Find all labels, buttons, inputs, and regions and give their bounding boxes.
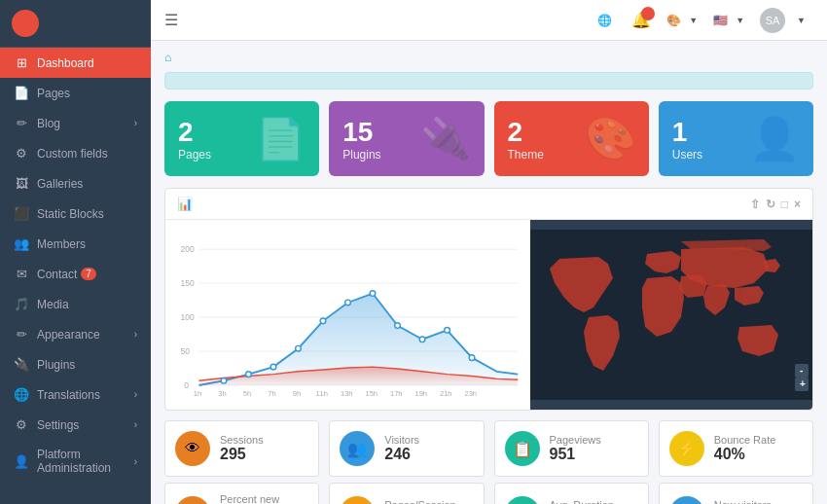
expand-icon[interactable]: □ — [781, 198, 788, 211]
sidebar-item-plugins[interactable]: 🔌 Plugins — [0, 349, 151, 379]
sidebar-logo — [0, 0, 151, 48]
contact-icon: ✉ — [14, 267, 29, 281]
sidebar-item-label: Appearance — [37, 328, 100, 342]
sidebar-item-dashboard[interactable]: ⊞ Dashboard — [0, 48, 151, 78]
metric-card-pages-session: 📈 Pages/Session 3.22 — [329, 483, 484, 504]
svg-point-12 — [221, 378, 227, 383]
analytics-actions: ⇧ ↻ □ × — [750, 198, 801, 211]
view-website-button[interactable]: 🌐 — [590, 10, 624, 31]
sidebar-item-blog[interactable]: ✏ Blog › — [0, 108, 151, 138]
sidebar-item-label: Custom fields — [37, 147, 108, 161]
svg-text:0: 0 — [184, 380, 189, 390]
stat-label: Plugins — [342, 148, 380, 162]
sidebar-badge: 7 — [81, 268, 96, 280]
metric-card-visitors: 👥 Visitors 246 — [329, 420, 484, 477]
metric-card-sessions: 👁 Sessions 295 — [164, 420, 319, 477]
theme-chevron-icon: ▼ — [689, 16, 698, 25]
sidebar-item-appearance[interactable]: ✏ Appearance › — [0, 319, 151, 349]
svg-text:1h: 1h — [194, 389, 201, 398]
sidebar-item-contact[interactable]: ✉ Contact 7 — [0, 259, 151, 289]
notification-bell-wrap[interactable]: 🔔 — [631, 11, 651, 29]
platform-icon: 👤 — [14, 454, 29, 469]
svg-text:19h: 19h — [414, 389, 427, 398]
sidebar: ⊞ Dashboard 📄 Pages ✏ Blog ›⚙ Custom fie… — [0, 0, 151, 504]
metric-label: Percent new session — [220, 493, 308, 504]
metric-label: Pages/Session — [384, 499, 455, 504]
metric-label: Visitors — [384, 434, 419, 446]
stat-number: 2 — [508, 117, 544, 148]
user-menu-button[interactable]: SA ▼ — [752, 4, 813, 37]
stat-icon: 👤 — [749, 115, 800, 162]
world-map-svg: + - — [530, 220, 812, 410]
svg-text:7h: 7h — [268, 389, 275, 398]
metrics-row-1: 👁 Sessions 295 👥 Visitors 246 📋 Pageview… — [164, 420, 813, 477]
reload-icon[interactable]: ↻ — [766, 198, 775, 211]
pages-icon: 📄 — [14, 86, 29, 100]
chevron-icon: › — [134, 389, 137, 400]
dashboard-icon: ⊞ — [14, 55, 29, 70]
topbar: ☰ 🌐 🔔 🎨 ▼ 🇺🇸 ▼ SA ▼ — [151, 0, 827, 41]
metric-icon: 👁 — [175, 431, 210, 466]
svg-point-18 — [370, 291, 376, 297]
plugins-icon: 🔌 — [14, 357, 29, 372]
metric-value: 246 — [384, 446, 419, 463]
custom-fields-icon: ⚙ — [14, 146, 29, 161]
sidebar-item-static-blocks[interactable]: ⬛ Static Blocks — [0, 198, 151, 229]
close-icon[interactable]: × — [794, 198, 801, 211]
theme-button[interactable]: 🎨 ▼ — [659, 10, 705, 31]
sidebar-item-label: Members — [37, 237, 86, 251]
language-button[interactable]: 🇺🇸 ▼ — [705, 10, 752, 31]
svg-point-20 — [419, 337, 425, 342]
stat-card-info: 1 Users — [672, 117, 702, 162]
stat-icon: 🔌 — [420, 115, 471, 162]
svg-point-16 — [320, 318, 326, 324]
analytics-header: 📊 ⇧ ↻ □ × — [165, 189, 812, 220]
sidebar-item-label: Pages — [37, 87, 70, 100]
translations-icon: 🌐 — [14, 387, 29, 402]
svg-point-21 — [445, 327, 450, 333]
metric-label: Avg. Duration — [550, 499, 614, 504]
sidebar-item-settings[interactable]: ⚙ Settings › — [0, 410, 151, 440]
sidebar-item-members[interactable]: 👥 Members — [0, 229, 151, 259]
line-chart: 200 150 100 50 0 — [173, 228, 522, 410]
svg-text:200: 200 — [181, 244, 195, 254]
stat-label: Pages — [178, 148, 211, 162]
metric-label: Bounce Rate — [714, 434, 776, 446]
breadcrumb: ⌂ — [164, 51, 813, 64]
svg-text:9h: 9h — [293, 389, 301, 398]
sidebar-item-custom-fields[interactable]: ⚙ Custom fields — [0, 138, 151, 168]
stat-card-plugins: 15 Plugins 🔌 — [329, 101, 484, 176]
stat-card-info: 15 Plugins — [342, 117, 380, 162]
stat-card-users: 1 Users 👤 — [659, 101, 813, 176]
chevron-icon: › — [134, 456, 137, 467]
chart-area: 200 150 100 50 0 — [165, 220, 530, 410]
sidebar-item-label: Translations — [37, 388, 100, 402]
metric-label: Sessions — [220, 434, 264, 446]
metric-icon: ⚡ — [669, 431, 704, 466]
svg-point-15 — [296, 345, 302, 351]
sidebar-item-translations[interactable]: 🌐 Translations › — [0, 379, 151, 410]
svg-text:21h: 21h — [440, 389, 452, 398]
sidebar-item-galleries[interactable]: 🖼 Galleries — [0, 168, 151, 198]
metric-value: 295 — [220, 446, 264, 463]
svg-text:+: + — [800, 378, 806, 389]
stat-number: 1 — [672, 117, 702, 148]
metric-label: New visitors — [714, 499, 772, 504]
metric-card-new-visitors: 👤 New visitors 141 — [659, 483, 813, 504]
sidebar-item-platform[interactable]: 👤 Platform Administration › — [0, 440, 151, 483]
static-blocks-icon: ⬛ — [14, 206, 29, 221]
metrics-row-2: 🥧 Percent new session 47.8% 📈 Pages/Sess… — [164, 483, 813, 504]
sidebar-item-media[interactable]: 🎵 Media — [0, 289, 151, 319]
refresh-icon[interactable]: ⇧ — [750, 198, 760, 211]
sidebar-item-label: Media — [37, 298, 69, 311]
sidebar-item-label: Plugins — [37, 358, 75, 372]
stat-card-theme: 2 Theme 🎨 — [494, 101, 649, 176]
page-content: ⌂ 2 Pages 📄 15 Plugins 🔌 2 Theme 🎨 1 — [151, 41, 827, 504]
hamburger-icon[interactable]: ☰ — [164, 11, 178, 29]
chevron-icon: › — [134, 419, 137, 430]
stat-card-info: 2 Pages — [178, 117, 211, 162]
globe-icon: 🌐 — [597, 14, 612, 27]
metric-value: 951 — [550, 446, 601, 463]
chevron-icon: › — [134, 329, 137, 340]
sidebar-item-pages[interactable]: 📄 Pages — [0, 78, 151, 108]
